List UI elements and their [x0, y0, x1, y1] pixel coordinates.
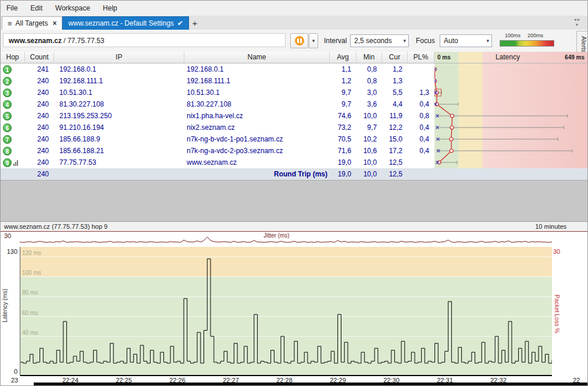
col-header-hop[interactable]: Hop [1, 52, 25, 63]
latency-timeline-plot[interactable]: 120 ms100 ms80 ms60 ms40 ms [20, 247, 552, 376]
jitter-sparkline [20, 233, 552, 247]
jitter-chart[interactable]: 30 Jitter (ms) [1, 231, 587, 247]
table-row[interactable]: 1 241 192.168.0.1 192.168.0.1 1,1 0,8 1,… [1, 63, 587, 75]
col-header-avg[interactable]: Avg [330, 52, 357, 63]
col-header-cur[interactable]: Cur [382, 52, 408, 63]
menu-item-file[interactable]: File [6, 4, 17, 12]
hop-number-badge: 6 [3, 123, 12, 132]
footer-count: 240 [25, 168, 54, 180]
packet-loss-axis-title: Packet Loss % [554, 295, 560, 333]
cell-min: 10,6 [357, 145, 382, 157]
tab-seznam-active[interactable]: www.seznam.cz - Default Settings ✔ [62, 16, 188, 30]
latency-scale-title: Latency [496, 52, 520, 63]
interval-label: Interval [324, 30, 347, 52]
table-row[interactable]: 9 240 77.75.77.53 www.seznam.cz 19,0 10,… [1, 157, 587, 168]
col-header-count[interactable]: Count [25, 52, 54, 63]
pause-icon [295, 36, 304, 45]
cell-cur: 12,5 [382, 157, 408, 168]
hop-number-badge: 7 [3, 135, 12, 144]
hop-number-badge: 8 [3, 147, 12, 155]
x-axis-label: 23 [11, 377, 18, 384]
cell-count: 240 [25, 75, 54, 87]
cell-avg: 70,5 [330, 133, 357, 145]
cell-name: n7k-ng-b-vdc-1-po1.seznam.cz [184, 133, 330, 145]
new-tab-button[interactable]: + [189, 16, 201, 30]
cell-ip: 91.210.16.194 [54, 122, 184, 133]
target-hostname: www.seznam.cz [9, 37, 62, 45]
cell-latency-graph [434, 87, 587, 98]
cell-latency-graph [434, 157, 587, 168]
cell-cur: 17,2 [382, 145, 408, 157]
tab-active-label: www.seznam.cz - Default Settings [68, 19, 173, 27]
cell-count: 240 [25, 133, 54, 145]
cell-name: www.seznam.cz [184, 157, 330, 168]
hop-number-badge: 2 [3, 77, 12, 86]
tab-all-targets[interactable]: ≡ All Targets × [2, 16, 62, 30]
timeline-header[interactable]: www.seznam.cz (77.75.77.53) hop 9 10 min… [1, 221, 587, 232]
cell-ip: 185.66.188.21 [54, 145, 184, 157]
cell-packet-loss [408, 75, 434, 87]
cell-cur: 5,5 [382, 87, 408, 98]
cell-name: nix1.pha.ha-vel.cz [184, 110, 330, 122]
latency-scale-legend: 100ms 200ms [500, 33, 554, 47]
cell-cur: 12,2 [382, 122, 408, 133]
tab-bar: ≡ All Targets × www.seznam.cz - Default … [1, 16, 587, 30]
cell-name: n7k-ng-a-vdc-2-po3.seznam.cz [184, 145, 330, 157]
cell-avg: 1,1 [330, 63, 357, 75]
cell-min: 3,6 [357, 98, 382, 110]
legend-100ms-label: 100ms [505, 33, 521, 38]
cell-cur: 4,4 [382, 98, 408, 110]
svg-text:120 ms: 120 ms [22, 250, 41, 256]
table-row[interactable]: 4 240 81.30.227.108 81.30.227.108 9,7 3,… [1, 98, 587, 110]
close-icon[interactable]: × [52, 19, 56, 27]
cell-cur: 15,0 [382, 133, 408, 145]
footer-avg: 19,0 [330, 168, 357, 180]
cell-min: 0,8 [357, 75, 382, 87]
cell-latency-graph [434, 75, 587, 87]
table-row[interactable]: 8 240 185.66.188.21 n7k-ng-a-vdc-2-po3.s… [1, 145, 587, 157]
hop-number-badge: 3 [3, 88, 12, 97]
pause-button[interactable] [290, 33, 308, 48]
cell-cur: 11,9 [382, 110, 408, 122]
pause-dropdown-button[interactable]: ▾ [309, 33, 318, 48]
trace-table-header: Hop Count IP Name Avg Min Cur PL% 0 ms L… [1, 52, 587, 63]
table-row[interactable]: 6 240 91.210.16.194 nix2.seznam.cz 73,2 … [1, 122, 587, 133]
cell-name: nix2.seznam.cz [184, 122, 330, 133]
legend-gradient-bar [500, 40, 554, 47]
interval-select[interactable]: 2,5 seconds ▾ [350, 34, 409, 47]
cell-cur: 1,2 [382, 63, 408, 75]
tab-scroll-arrows[interactable]: ◂ ▸▾ [568, 17, 586, 27]
y-axis-max: 130 [3, 248, 17, 255]
cell-count: 241 [25, 63, 54, 75]
menu-item-workspace[interactable]: Workspace [55, 4, 90, 12]
interval-value: 2,5 seconds [354, 37, 392, 45]
check-icon[interactable]: ✔ [177, 19, 183, 27]
menu-item-help[interactable]: Help [103, 4, 117, 12]
cell-packet-loss: 0,8 [408, 110, 434, 122]
svg-text:60 ms: 60 ms [22, 310, 38, 316]
cell-packet-loss: 0,4 [408, 98, 434, 110]
col-header-latency[interactable]: 0 ms Latency 649 ms [434, 52, 587, 63]
cell-count: 240 [25, 98, 54, 110]
menu-item-edit[interactable]: Edit [30, 4, 42, 12]
col-header-pl[interactable]: PL% [408, 52, 434, 63]
cell-count: 240 [25, 87, 54, 98]
focus-select[interactable]: Auto ▾ [440, 34, 492, 47]
cell-packet-loss: 0,4 [408, 145, 434, 157]
latency-timeline-chart[interactable]: 130 0 Latency (ms) 120 ms100 ms80 ms60 m… [1, 247, 587, 376]
cell-avg: 71,6 [330, 145, 357, 157]
table-row[interactable]: 7 240 185.66.188.9 n7k-ng-b-vdc-1-po1.se… [1, 133, 587, 145]
cell-latency-graph [434, 122, 587, 133]
table-row[interactable]: 2 240 192.168.111.1 192.168.111.1 1,2 0,… [1, 75, 587, 87]
cell-name: 192.168.0.1 [184, 63, 330, 75]
col-header-ip[interactable]: IP [54, 52, 184, 63]
cell-packet-loss: 0,4 [408, 133, 434, 145]
menu-bar: File Edit Workspace Help [1, 1, 587, 16]
table-row[interactable]: 3 240 10.51.30.1 10.51.30.1 9,7 3,0 5,5 … [1, 87, 587, 98]
col-header-min[interactable]: Min [357, 52, 382, 63]
focus-value: Auto [444, 37, 458, 45]
target-separator: / [62, 37, 67, 45]
cell-min: 3,0 [357, 87, 382, 98]
table-row[interactable]: 5 240 213.195.253.250 nix1.pha.ha-vel.cz… [1, 110, 587, 122]
col-header-name[interactable]: Name [184, 52, 330, 63]
